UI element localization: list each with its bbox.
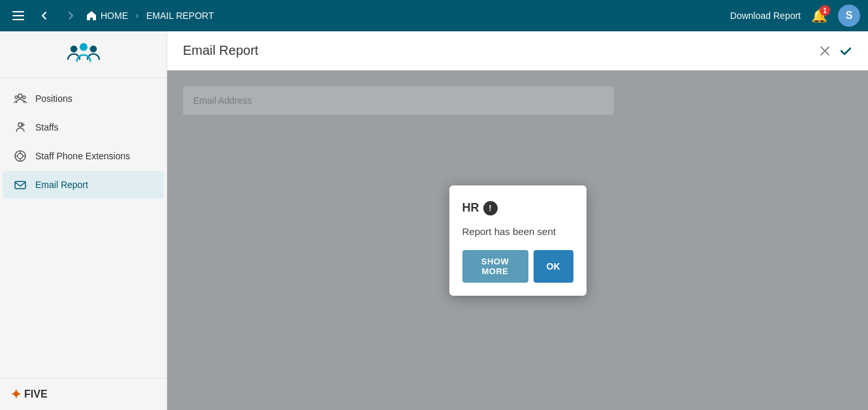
five-brand-label: FIVE bbox=[24, 388, 48, 400]
header-actions bbox=[818, 44, 852, 57]
svg-point-15 bbox=[18, 153, 23, 159]
dialog-title: HR bbox=[462, 201, 479, 215]
show-more-button[interactable]: SHOW MORE bbox=[462, 250, 528, 283]
back-button[interactable] bbox=[34, 5, 55, 26]
five-logo-star: ✦ bbox=[10, 386, 22, 402]
svg-point-5 bbox=[80, 43, 88, 51]
email-icon bbox=[13, 178, 27, 192]
page-header: Email Report bbox=[167, 31, 868, 71]
staffs-icon bbox=[13, 120, 27, 134]
breadcrumb: EMAIL REPORT bbox=[146, 10, 214, 21]
sidebar-logo bbox=[0, 31, 167, 78]
five-brand: ✦ FIVE bbox=[10, 386, 48, 402]
forward-button[interactable] bbox=[60, 5, 81, 26]
modal-overlay: HR ! Report has been sent SHOW MORE OK bbox=[167, 71, 868, 410]
layout: Positions Staffs bbox=[0, 31, 868, 410]
sidebar-item-positions[interactable]: Positions bbox=[3, 85, 164, 112]
sidebar-nav: Positions Staffs bbox=[0, 78, 167, 378]
sidebar-footer: ✦ FIVE bbox=[0, 378, 167, 410]
user-avatar[interactable]: S bbox=[838, 5, 860, 27]
breadcrumb-separator: › bbox=[136, 11, 138, 20]
sidebar-item-phone-label: Staff Phone Extensions bbox=[35, 151, 130, 161]
notification-button[interactable]: 🔔 1 bbox=[811, 8, 828, 24]
svg-point-10 bbox=[23, 96, 25, 99]
sidebar-item-staffs[interactable]: Staffs bbox=[3, 114, 164, 141]
ok-button[interactable]: OK bbox=[534, 250, 573, 283]
warning-icon: ! bbox=[483, 201, 498, 215]
dialog-title-row: HR ! bbox=[462, 201, 573, 215]
sidebar-item-staffs-label: Staffs bbox=[35, 122, 59, 133]
home-label: HOME bbox=[101, 10, 128, 21]
sidebar-item-email-label: Email Report bbox=[35, 180, 88, 190]
home-link[interactable]: HOME bbox=[86, 10, 128, 21]
svg-rect-1 bbox=[12, 15, 24, 16]
sidebar-item-phone-extensions[interactable]: Staff Phone Extensions bbox=[3, 142, 164, 170]
dialog-actions: SHOW MORE OK bbox=[462, 250, 573, 283]
dialog-message: Report has been sent bbox=[462, 226, 573, 237]
positions-icon bbox=[13, 91, 27, 106]
confirm-button[interactable] bbox=[839, 44, 852, 57]
phone-icon bbox=[13, 149, 27, 163]
sidebar: Positions Staffs bbox=[0, 31, 167, 410]
dialog: HR ! Report has been sent SHOW MORE OK bbox=[449, 185, 587, 296]
page-title: Email Report bbox=[183, 43, 259, 58]
download-report-link[interactable]: Download Report bbox=[730, 10, 801, 21]
menu-button[interactable] bbox=[8, 5, 29, 26]
page-body: HR ! Report has been sent SHOW MORE OK bbox=[167, 71, 868, 410]
svg-point-9 bbox=[15, 96, 18, 99]
close-button[interactable] bbox=[818, 44, 831, 57]
sidebar-item-email-report[interactable]: Email Report bbox=[3, 171, 164, 198]
svg-rect-20 bbox=[15, 181, 25, 189]
main-content: Email Report bbox=[167, 31, 868, 410]
notification-badge: 1 bbox=[820, 5, 830, 16]
svg-point-8 bbox=[18, 94, 22, 98]
svg-rect-2 bbox=[12, 19, 24, 20]
sidebar-item-positions-label: Positions bbox=[35, 93, 72, 104]
topbar-right: Download Report 🔔 1 S bbox=[730, 5, 860, 27]
topbar: HOME › EMAIL REPORT Download Report 🔔 1 … bbox=[0, 0, 868, 31]
svg-rect-0 bbox=[12, 11, 24, 12]
